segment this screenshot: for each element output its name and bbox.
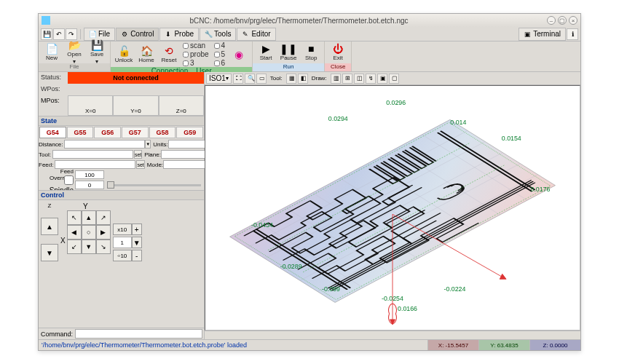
titlebar: bCNC: /home/bnv/prg/elec/Thermometer/The… [39, 14, 580, 27]
svg-text:-0.0434: -0.0434 [251, 221, 273, 229]
probe-options: scan probe 3 [181, 41, 211, 67]
step-x10-button[interactable]: x10 [113, 223, 132, 235]
jog-sw[interactable]: ↙ [67, 240, 82, 254]
status-y: Y: 63.4835 [478, 340, 529, 350]
editor-icon: ✎ [242, 31, 249, 38]
check-scan[interactable]: scan [183, 41, 209, 50]
draw-axes-button[interactable]: ⊞ [342, 74, 352, 84]
pause-button[interactable]: ❚❚Pause [277, 41, 299, 63]
home-button[interactable]: 🏠Home [135, 44, 157, 66]
jog-e[interactable]: ▶ [96, 225, 111, 240]
tool-a-button[interactable]: ▦ [286, 74, 296, 84]
tool-input[interactable] [52, 150, 133, 159]
check-4[interactable]: 4 [214, 41, 226, 50]
jog-se[interactable]: ↘ [96, 240, 111, 254]
h-scrollbar[interactable] [205, 331, 580, 339]
info-button[interactable]: ℹ [567, 28, 578, 40]
g56-button[interactable]: G56 [94, 127, 121, 138]
status-row: Status: Not connected [39, 72, 204, 84]
tab-probe[interactable]: ⬇Probe [159, 28, 199, 41]
g58-button[interactable]: G58 [149, 127, 176, 138]
step-dd[interactable]: ▼ [132, 237, 142, 248]
draw-path-button[interactable]: ◫ [354, 74, 364, 84]
coord-x[interactable]: X=0 [68, 95, 113, 116]
svg-text:0.014: 0.014 [450, 119, 466, 126]
check-probe[interactable]: probe [183, 50, 209, 58]
tab-tools[interactable]: 🔧Tools [200, 28, 236, 41]
start-button[interactable]: ▶Start [255, 41, 277, 63]
jog-center[interactable]: ○ [82, 225, 96, 240]
stop-button[interactable]: ■Stop [300, 41, 322, 63]
distance-dropdown[interactable]: ▼ [145, 140, 151, 149]
draw-margin-button[interactable]: ▢ [389, 74, 399, 84]
tools-icon: 🔧 [205, 31, 212, 38]
power-icon: ⏻ [333, 44, 343, 54]
zoom-fit-button[interactable]: ⛶ [233, 74, 243, 84]
app-icon [42, 16, 50, 25]
jog-nw[interactable]: ↖ [67, 210, 82, 225]
g59-button[interactable]: G59 [176, 127, 203, 138]
zoom-in-button[interactable]: 🔍 [245, 74, 255, 84]
draw-probe-button[interactable]: ▣ [377, 74, 387, 84]
right-panel: ISO1 ▾ ⛶ 🔍 ▭ Tool: ▦ ◧ Draw: ▥ ⊞ ◫ ↯ ▣ ▢ [205, 72, 580, 339]
open-button[interactable]: 📂Open▾ [63, 41, 85, 63]
play-icon: ▶ [262, 44, 270, 54]
spindle-slider[interactable] [107, 184, 201, 186]
pause-icon: ❚❚ [280, 44, 297, 54]
close-window-button[interactable]: × [569, 16, 577, 25]
jog-n[interactable]: ▲ [82, 210, 96, 225]
step-minus-button[interactable]: - [132, 250, 142, 261]
tab-editor[interactable]: ✎Editor [237, 28, 275, 41]
minimize-button[interactable]: – [547, 16, 556, 25]
tab-terminal[interactable]: ▣Terminal [519, 28, 566, 41]
left-panel: Status: Not connected WPos: MPos: X=0 Y=… [39, 72, 205, 339]
maximize-button[interactable]: ▢ [558, 16, 567, 25]
command-input[interactable] [75, 329, 202, 339]
reset-button[interactable]: ⟲Reset [158, 44, 180, 66]
gcode-canvas[interactable]: 0.0296 0.0294 0.014 0.0154 0.0176 -0.043… [205, 85, 580, 331]
step-div10-button[interactable]: ÷10 [113, 250, 132, 261]
coord-z[interactable]: Z=0 [159, 95, 204, 116]
zoom-region-button[interactable]: ▭ [256, 74, 267, 84]
jog-panel: Z ▲ ▼ Y X ↖ ▲ ↗ ◀ ○ ▶ [39, 200, 204, 264]
feed-set-button[interactable]: set [136, 160, 144, 169]
tab-file[interactable]: 📄File [84, 28, 115, 41]
check-5[interactable]: 5 [214, 50, 226, 58]
jog-ne[interactable]: ↗ [96, 210, 111, 225]
check-6[interactable]: 6 [214, 59, 226, 67]
new-button[interactable]: 📄New [41, 41, 63, 63]
draw-grid-button[interactable]: ▥ [331, 74, 341, 84]
save-quick-button[interactable]: 💾 [41, 28, 52, 40]
tool-set-button[interactable]: set [134, 150, 142, 159]
tab-control[interactable]: ⚙Control [116, 28, 159, 41]
g54-button[interactable]: G54 [39, 127, 66, 138]
user-icon: ◉ [234, 50, 243, 60]
command-row: Command: [39, 328, 204, 339]
exit-button[interactable]: ⏻Exit [327, 41, 349, 63]
unlock-button[interactable]: 🔓Unlock [113, 44, 135, 66]
jog-w[interactable]: ◀ [67, 225, 82, 240]
iso-select[interactable]: ISO1 ▾ [206, 74, 232, 84]
undo-button[interactable]: ↶ [53, 28, 65, 40]
g55-button[interactable]: G55 [67, 127, 94, 138]
svg-text:0.0296: 0.0296 [386, 99, 406, 106]
svg-marker-16 [500, 274, 506, 279]
tool-b-button[interactable]: ◧ [298, 74, 308, 84]
spindle-value: 0 [75, 181, 104, 189]
spindle-check[interactable] [64, 175, 74, 185]
g57-button[interactable]: G57 [122, 127, 149, 138]
coord-y[interactable]: Y=0 [113, 95, 158, 116]
check-3[interactable]: 3 [183, 59, 209, 67]
z-up-button[interactable]: ▲ [41, 218, 58, 235]
save-button[interactable]: 💾Save▾ [86, 41, 108, 63]
state-header: State [39, 116, 204, 126]
z-down-button[interactable]: ▼ [41, 244, 58, 261]
draw-rapid-button[interactable]: ↯ [366, 74, 376, 84]
svg-text:0.0166: 0.0166 [398, 305, 417, 312]
user-button[interactable]: ◉ [228, 44, 250, 66]
distance-input[interactable] [64, 140, 145, 149]
redo-button[interactable]: ↷ [66, 28, 77, 40]
step-plus-button[interactable]: + [132, 223, 142, 235]
jog-s[interactable]: ▼ [82, 240, 96, 254]
step-input[interactable] [113, 237, 132, 248]
